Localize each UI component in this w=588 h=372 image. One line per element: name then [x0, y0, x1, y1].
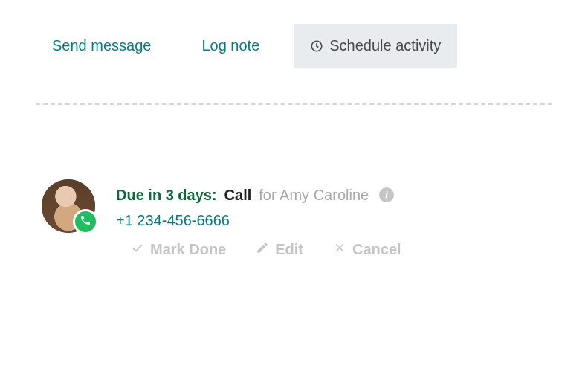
- activity-person: for Amy Caroline: [259, 184, 369, 206]
- activity-type: Call: [224, 184, 252, 206]
- activity-type-badge: [73, 209, 98, 234]
- info-icon[interactable]: i: [379, 187, 394, 202]
- tab-label: Log note: [201, 37, 259, 54]
- close-icon: [333, 241, 346, 258]
- mark-done-button[interactable]: Mark Done: [131, 241, 226, 258]
- tab-label: Schedule activity: [329, 37, 441, 54]
- phone-icon: [80, 214, 91, 229]
- action-label: Edit: [275, 241, 303, 258]
- edit-button[interactable]: Edit: [256, 241, 303, 258]
- activity-content: Due in 3 days: Call for Amy Caroline i +…: [116, 179, 588, 258]
- action-label: Mark Done: [150, 241, 226, 258]
- activity-item: Due in 3 days: Call for Amy Caroline i +…: [0, 105, 588, 258]
- activity-tabs: Send message Log note Schedule activity: [0, 0, 588, 68]
- avatar-wrap: [42, 179, 95, 233]
- tab-send-message[interactable]: Send message: [36, 24, 167, 68]
- tab-schedule-activity[interactable]: Schedule activity: [294, 24, 457, 68]
- pencil-icon: [256, 241, 269, 258]
- activity-actions: Mark Done Edit Cancel: [116, 241, 588, 258]
- action-label: Cancel: [352, 241, 401, 258]
- cancel-button[interactable]: Cancel: [333, 241, 401, 258]
- activity-summary: Due in 3 days: Call for Amy Caroline i: [116, 184, 588, 206]
- due-label: Due in 3 days:: [116, 184, 217, 206]
- tab-log-note[interactable]: Log note: [185, 24, 276, 68]
- activity-phone[interactable]: +1 234-456-6666: [116, 212, 588, 229]
- tab-label: Send message: [52, 37, 151, 54]
- clock-icon: [310, 39, 323, 53]
- check-icon: [131, 241, 144, 258]
